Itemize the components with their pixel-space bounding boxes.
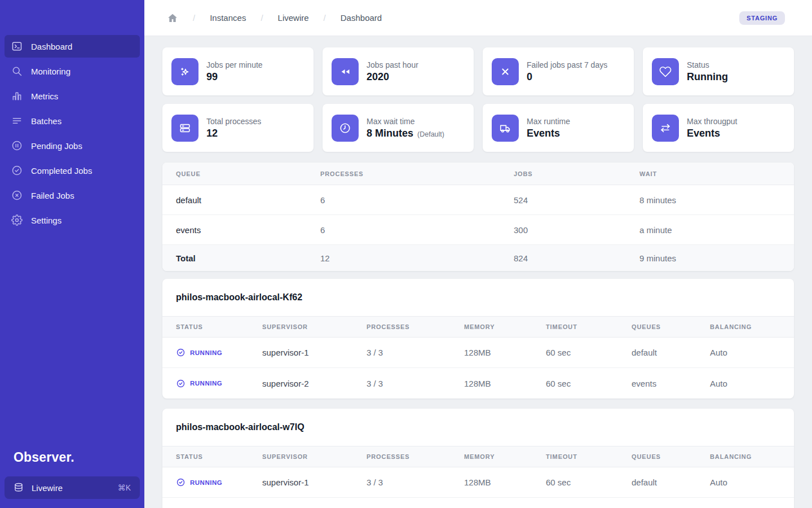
supervisor-timeout: 60 sec <box>546 379 632 388</box>
supervisor-queues: events <box>632 379 710 388</box>
stat-value: 0 <box>527 71 607 83</box>
queue-wait: 9 minutes <box>639 253 780 263</box>
column-header-processes: PROCESSES <box>367 453 464 460</box>
check-circle-icon <box>11 165 23 176</box>
supervisor-name: supervisor-1 <box>262 348 367 357</box>
breadcrumb-instances[interactable]: Instances <box>210 13 246 23</box>
stat-label: Max runtime <box>527 117 570 126</box>
stat-value: Running <box>687 71 728 83</box>
sidebar-item-monitoring[interactable]: Monitoring <box>5 60 140 82</box>
status-badge: RUNNING <box>176 379 262 388</box>
instance-switcher-label: Livewire <box>32 483 63 493</box>
gear-icon <box>11 214 23 226</box>
check-circle-icon <box>176 478 186 487</box>
queue-processes: 6 <box>320 195 514 205</box>
queue-table: QUEUE PROCESSES JOBS WAIT default 6 524 … <box>162 163 794 271</box>
stat-text: Max througput Events <box>687 117 738 139</box>
sparkles-icon <box>171 58 198 85</box>
sidebar-item-label: Batches <box>31 116 61 126</box>
stat-text: Max wait time 8 Minutes (Default) <box>367 117 444 139</box>
stat-card-max-wait-time: Max wait time 8 Minutes (Default) <box>323 104 474 152</box>
queue-wait: 8 minutes <box>639 195 780 205</box>
queue-processes: 6 <box>320 225 514 235</box>
sidebar-item-completed-jobs[interactable]: Completed Jobs <box>5 159 140 182</box>
status-badge: RUNNING <box>176 348 262 357</box>
heart-icon <box>652 58 679 85</box>
pause-circle-icon <box>11 140 23 151</box>
stat-text: Status Running <box>687 60 728 83</box>
column-header-supervisor: SUPERVISOR <box>262 453 367 460</box>
stat-text: Failed jobs past 7 days 0 <box>527 60 607 83</box>
stat-label: Max througput <box>687 117 738 126</box>
bar-chart-icon <box>11 90 23 102</box>
supervisor-balancing: Auto <box>710 478 780 487</box>
sidebar-nav: Dashboard Monitoring Metrics Batches Pen <box>0 0 144 234</box>
table-row: RUNNING supervisor-2 3 / 3 128MB 60 sec … <box>162 368 794 398</box>
supervisor-processes: 3 / 3 <box>367 478 464 487</box>
stat-card-max-runtime: Max runtime Events <box>483 104 634 152</box>
breadcrumb-livewire[interactable]: Livewire <box>278 13 309 23</box>
sidebar-item-label: Dashboard <box>31 42 72 51</box>
sidebar-item-failed-jobs[interactable]: Failed Jobs <box>5 184 140 207</box>
keyboard-shortcut: ⌘K <box>118 483 131 492</box>
sidebar-item-settings[interactable]: Settings <box>5 209 140 231</box>
column-header-timeout: TIMEOUT <box>546 323 632 330</box>
host-title: philos-macbook-airlocal-Kf62 <box>162 279 794 316</box>
stat-label: Failed jobs past 7 days <box>527 60 607 69</box>
main-content: Jobs per minute 99 Jobs past hour 2020 F… <box>144 36 812 508</box>
stat-value-main: 8 Minutes <box>367 128 413 139</box>
host-card: philos-macbook-airlocal-w7IQ STATUS SUPE… <box>162 409 794 508</box>
sidebar-item-pending-jobs[interactable]: Pending Jobs <box>5 134 140 157</box>
column-header-balancing: BALANCING <box>710 323 780 330</box>
stat-text: Max runtime Events <box>527 117 570 139</box>
instance-switcher[interactable]: Livewire ⌘K <box>5 476 140 499</box>
status-label: RUNNING <box>190 380 222 387</box>
table-row: RUNNING supervisor-1 3 / 3 128MB 60 sec … <box>162 338 794 368</box>
breadcrumb: / Instances / Livewire / Dashboard <box>167 12 382 24</box>
column-header-queues: QUEUES <box>632 323 710 330</box>
check-circle-icon <box>176 348 186 357</box>
stat-label: Jobs per minute <box>206 60 263 69</box>
sidebar-item-metrics[interactable]: Metrics <box>5 85 140 107</box>
x-icon <box>492 58 519 85</box>
sidebar-bottom: Observer. Livewire ⌘K <box>0 450 144 508</box>
supervisor-memory: 128MB <box>464 478 546 487</box>
supervisor-queues: default <box>632 348 710 357</box>
table-row: default 6 524 8 minutes <box>162 185 794 215</box>
rewind-icon <box>332 58 359 85</box>
column-header-wait: WAIT <box>639 170 780 177</box>
status-label: RUNNING <box>190 349 222 356</box>
queue-processes: 12 <box>320 253 514 263</box>
x-circle-icon <box>11 190 23 201</box>
queue-table-header: QUEUE PROCESSES JOBS WAIT <box>162 163 794 185</box>
topbar: / Instances / Livewire / Dashboard STAGI… <box>144 0 812 36</box>
sidebar-item-batches[interactable]: Batches <box>5 110 140 132</box>
host-title: philos-macbook-airlocal-w7IQ <box>162 409 794 446</box>
sidebar-item-label: Monitoring <box>31 67 70 76</box>
queue-name: default <box>176 195 320 205</box>
check-circle-icon <box>176 379 186 388</box>
stat-value: 12 <box>206 128 261 139</box>
home-icon[interactable] <box>167 12 178 24</box>
column-header-status: STATUS <box>176 453 262 460</box>
stat-card-total-processes: Total processes 12 <box>162 104 314 152</box>
sidebar-item-dashboard[interactable]: Dashboard <box>5 35 140 58</box>
stat-value: 2020 <box>367 71 418 83</box>
transfer-arrows-icon <box>652 115 679 142</box>
queue-jobs: 300 <box>514 225 639 235</box>
clock-icon <box>332 115 359 142</box>
stat-card-status: Status Running <box>643 47 794 95</box>
column-header-memory: MEMORY <box>464 453 546 460</box>
terminal-icon <box>11 41 23 52</box>
sidebar: Dashboard Monitoring Metrics Batches Pen <box>0 0 144 508</box>
server-icon <box>171 115 198 142</box>
queue-name: Total <box>176 253 320 263</box>
database-icon <box>14 483 24 493</box>
column-header-supervisor: SUPERVISOR <box>262 323 367 330</box>
supervisor-processes: 3 / 3 <box>367 348 464 357</box>
column-header-queue: QUEUE <box>176 170 320 177</box>
supervisor-memory: 128MB <box>464 379 546 388</box>
breadcrumb-dashboard[interactable]: Dashboard <box>341 13 382 23</box>
sidebar-item-label: Completed Jobs <box>31 166 92 176</box>
stat-card-jobs-past-hour: Jobs past hour 2020 <box>323 47 474 95</box>
